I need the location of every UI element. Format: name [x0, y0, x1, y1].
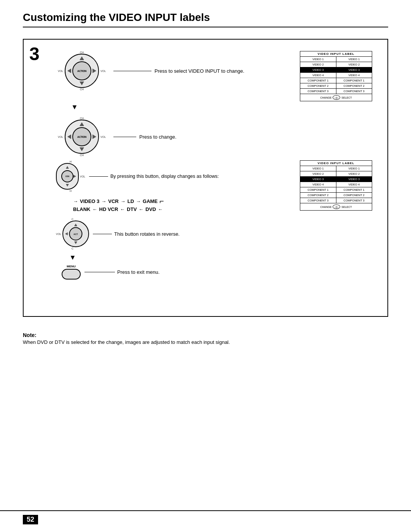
reverse-remote-row: VOL ACT	[56, 220, 89, 247]
down-arrow-1: ▼	[71, 103, 376, 111]
menu-line	[84, 272, 115, 272]
partial-remote-row: ION VOL	[56, 163, 85, 190]
vil-cell-1-5-2: COMPONENT 1	[336, 78, 372, 83]
select-label-1: SELECT	[341, 96, 352, 99]
vil-cell-1-6-1: COMPONENT 2	[300, 83, 336, 88]
by-pressing-callout: By pressing this button, display changes…	[89, 174, 219, 179]
flow-label-dtv: DTV	[127, 206, 137, 212]
arrow-top-2	[80, 122, 84, 126]
callout-text-2: Press to change.	[139, 134, 177, 140]
partial-remote[interactable]: ION	[56, 163, 79, 190]
menu-callout: Press to exit menu.	[84, 269, 159, 275]
vil-row-2-6: COMPONENT 2 COMPONENT 2	[300, 192, 372, 198]
vil-row-1-4: VIDEO 4 VIDEO 4	[300, 72, 372, 78]
vil-cell-2-6-2: COMPONENT 2	[336, 193, 372, 198]
vil-cell-2-3-2: VIDEO 3	[336, 177, 372, 182]
vil-cell-2-1-1: VIDEO 1	[300, 166, 336, 171]
vil-cell-2-1-2: VIDEO 1	[336, 166, 372, 171]
main-instruction-box: 3 CH VOL	[23, 39, 388, 317]
remote-wrapper-1: CH VOL ACTION VOL	[58, 51, 106, 91]
remote-row-1: VOL ACTION VOL	[58, 54, 106, 88]
vil-footer-1: CHANGE ◁▷ SELECT	[300, 94, 372, 101]
change-label-2: CHANGE	[320, 206, 331, 208]
flow-label-vcr: VCR	[108, 198, 118, 204]
vil-cell-2-5-2: COMPONENT 1	[336, 187, 372, 192]
arrow-bottom-2	[80, 147, 84, 151]
vil-footer-2: CHANGE ◁▷ SELECT	[300, 203, 372, 210]
flow-line-1: → VIDEO 3 → VCR → LD → GAME ⌐	[73, 197, 300, 206]
remote-button-2[interactable]: ACTION	[65, 120, 99, 154]
remote-wrapper-2: CH VOL ACTION VOL	[58, 117, 106, 157]
flow-arrow-left-1: ←	[92, 206, 97, 212]
flow-label-dvd: DVD	[145, 206, 156, 212]
partial-arrow-top	[66, 166, 69, 169]
vil-table-2: VIDEO INPUT LABEL VIDEO 1 VIDEO 1 VIDEO …	[300, 160, 372, 211]
rev-arrow-bottom	[74, 241, 77, 244]
ch-label-top-1: CH	[58, 51, 106, 54]
vil-cell-2-2-2: VIDEO 2	[336, 171, 372, 176]
reverse-remote-wrapper: C VOL ACT C	[56, 218, 89, 250]
flow-line-2: BLANK ← HD VCR ← DTV ← DVD ←	[73, 206, 300, 212]
title-section: Customizing the VIDEO INPUT labels	[0, 0, 411, 31]
menu-label-above: MENU	[67, 265, 76, 268]
menu-button[interactable]	[62, 269, 81, 280]
vil-row-2-4: VIDEO 4 VIDEO 4	[300, 182, 372, 187]
vol-label-left-2: VOL	[58, 136, 63, 138]
remote-button-1[interactable]: ACTION	[65, 54, 99, 88]
callout-line-1	[113, 71, 151, 71]
reverse-row: C VOL ACT C	[56, 218, 300, 250]
section-3: H ION VOL H	[54, 160, 376, 250]
reverse-remote[interactable]: ACT	[62, 220, 89, 247]
flow-label-hdvcr: HD VCR	[99, 206, 118, 212]
vil-cell-1-4-2: VIDEO 4	[336, 73, 372, 78]
rev-arrow-left	[65, 232, 68, 235]
step-number: 3	[29, 43, 40, 64]
partial-arrow-right	[73, 175, 76, 178]
flow-label-game: GAME	[143, 198, 158, 204]
vil-cell-2-7-1: COMPONENT 3	[300, 198, 336, 203]
note-section: Note: When DVD or DTV is selected for th…	[23, 332, 388, 345]
change-icon-1: ◁▷	[333, 95, 340, 100]
vil-row-2-7: COMPONENT 3 COMPONENT 3	[300, 198, 372, 203]
vil-row-1-2: VIDEO 2 VIDEO 2	[300, 62, 372, 67]
vil-table-2-wrap: VIDEO INPUT LABEL VIDEO 1 VIDEO 1 VIDEO …	[300, 160, 376, 211]
c-label-top: C	[56, 218, 89, 220]
rev-arrow-top	[74, 224, 77, 226]
page-title: Customizing the VIDEO INPUT labels	[23, 11, 388, 27]
page-number-section: 52	[0, 510, 411, 532]
vil-cell-2-2-1: VIDEO 2	[300, 171, 336, 176]
menu-callout-text: Press to exit menu.	[117, 269, 159, 275]
callout-1: Press to select VIDEO INPUT to change.	[113, 68, 244, 74]
vol-label-right-1: VOL	[100, 70, 106, 72]
remote-block-1: CH VOL ACTION VOL	[58, 51, 244, 91]
note-text: When DVD or DTV is selected for the chan…	[23, 339, 388, 345]
flow-bracket-end: ⌐	[159, 197, 164, 206]
vil-cell-1-3-1: VIDEO 3	[300, 67, 336, 72]
section-1: CH VOL ACTION VOL	[54, 51, 376, 101]
vil-cell-1-1-2: VIDEO 1	[336, 57, 372, 62]
sec2-left: CH VOL ACTION VOL	[54, 117, 300, 157]
flow-arrow-left-2: ←	[120, 206, 125, 212]
vil-cell-2-4-2: VIDEO 4	[336, 182, 372, 187]
partial-remote-wrapper: H ION VOL H	[56, 160, 85, 192]
vil-cell-1-7-2: COMPONENT 3	[336, 89, 372, 94]
flow-arrow-right-4: →	[136, 198, 141, 204]
change-label-1: CHANGE	[320, 96, 331, 99]
vil-row-1-3: VIDEO 3 VIDEO 3	[300, 67, 372, 72]
vil-table-1-container: VIDEO INPUT LABEL VIDEO 1 VIDEO 1 VIDEO …	[300, 51, 376, 101]
arrow-right-1	[92, 69, 96, 73]
arrow-left-2	[67, 134, 71, 139]
ch-label-bottom-1: CH	[58, 88, 106, 91]
select-label-2: SELECT	[341, 206, 352, 208]
page-container: Customizing the VIDEO INPUT labels 3 CH …	[0, 0, 411, 532]
vil-cell-2-7-2: COMPONENT 3	[336, 198, 372, 203]
vil-row-1-6: COMPONENT 2 COMPONENT 2	[300, 83, 372, 88]
flow-label-video3: VIDEO 3	[80, 198, 99, 204]
section-2: CH VOL ACTION VOL	[54, 117, 376, 157]
flow-diagram: → VIDEO 3 → VCR → LD → GAME ⌐ BLANK	[73, 197, 300, 212]
flow-arrow-left-4: ←	[158, 206, 163, 212]
h-label-top: H	[56, 160, 85, 163]
reverse-callout: This button rotates in reverse.	[93, 231, 180, 237]
vil-cell-2-5-1: COMPONENT 1	[300, 187, 336, 192]
flow-arrow-right-2: →	[101, 198, 106, 204]
